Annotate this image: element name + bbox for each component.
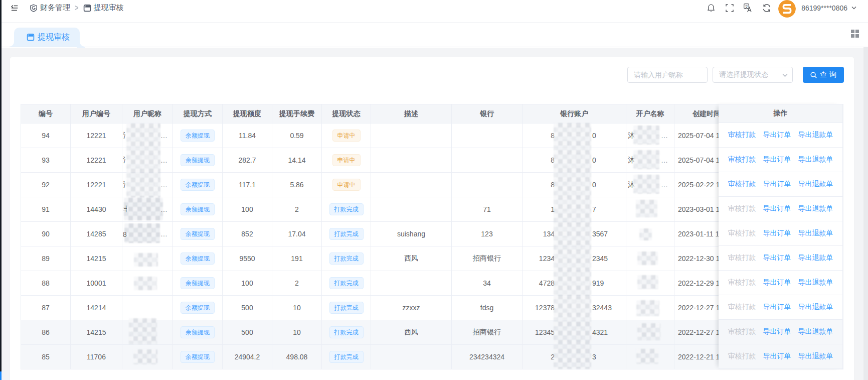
export-order-link[interactable]: 导出订单 [763, 155, 791, 164]
cell-fee: 14.14 [272, 148, 322, 173]
method-tag: 余额提现 [181, 154, 215, 166]
export-order-link[interactable]: 导出订单 [763, 278, 791, 287]
cell-fee: 5.86 [272, 173, 322, 197]
cell-bank [452, 123, 523, 148]
export-refund-link[interactable]: 导出退款单 [798, 229, 833, 238]
export-refund-link[interactable]: 导出退款单 [798, 180, 833, 189]
cell-desc: 西风 [371, 246, 452, 271]
col-header-uid: 用户编号 [71, 104, 122, 123]
export-order-link[interactable]: 导出订单 [763, 327, 791, 336]
cell-uid: 10001 [71, 271, 122, 296]
export-refund-link[interactable]: 导出退款单 [798, 204, 833, 213]
language-switch-icon[interactable] [744, 4, 753, 13]
avatar[interactable] [778, 0, 796, 18]
cell-bank [452, 148, 523, 173]
withdraw-status-select[interactable]: 请选择提现状态 [713, 67, 793, 83]
user-menu-caret-icon[interactable] [851, 5, 857, 11]
status-tag: 打款完成 [329, 351, 364, 363]
ops-row: 审核打款 导出订单 导出退款单 [719, 320, 842, 344]
search-button[interactable]: 查询 [803, 67, 844, 83]
col-header-ops: 操作 [719, 104, 842, 123]
app-root: 财务管理 > 提现审核 86199****0806 [2, 0, 868, 380]
collapsed-sidebar-active-item [0, 371, 2, 380]
cell-fee: 191 [272, 246, 322, 271]
audit-payment-link[interactable]: 审核打款 [728, 278, 756, 287]
tab-withdraw-audit[interactable]: 提现审核 [14, 28, 80, 47]
redacted-blur [636, 200, 657, 217]
cell-id: 85 [21, 345, 71, 369]
export-order-link[interactable]: 导出订单 [763, 229, 791, 238]
export-refund-link[interactable]: 导出退款单 [798, 131, 833, 140]
export-order-link[interactable]: 导出订单 [763, 180, 791, 189]
method-tag: 余额提现 [181, 228, 215, 240]
cell-bank: fdsg [452, 296, 523, 320]
tab-list-grid-icon[interactable] [851, 30, 859, 38]
export-refund-link[interactable]: 导出退款单 [798, 155, 833, 164]
cell-id: 90 [21, 222, 71, 246]
fullscreen-icon[interactable] [725, 4, 734, 13]
audit-payment-link[interactable]: 审核打款 [728, 155, 756, 164]
redacted-blur [633, 175, 659, 194]
ops-row: 审核打款 导出订单 导出退款单 [719, 172, 842, 197]
method-tag: 余额提现 [181, 351, 215, 363]
username[interactable]: 86199****0806 [801, 4, 847, 12]
audit-payment-link[interactable]: 审核打款 [728, 303, 756, 312]
export-refund-link[interactable]: 导出退款单 [798, 303, 833, 312]
ops-fixed-column: 操作 审核打款 导出订单 导出退款单审核打款 导出订单 导出退款单审核打款 导出… [719, 104, 843, 369]
cell-bank: 123 [452, 222, 523, 246]
cell-fee: 0.59 [272, 123, 322, 148]
cell-amount: 117.1 [223, 173, 272, 197]
nickname-search-input[interactable] [627, 67, 708, 83]
redacted-blur [633, 125, 659, 145]
cell-uid: 14215 [71, 246, 122, 271]
cell-status: 申请中 [322, 173, 371, 197]
export-refund-link[interactable]: 导出退款单 [798, 254, 833, 263]
cell-method: 余额提现 [173, 345, 223, 369]
cell-amount: 100 [223, 271, 272, 296]
cell-id: 89 [21, 246, 71, 271]
breadcrumb: 财务管理 > 提现审核 [30, 3, 124, 13]
sidebar-fold-icon[interactable] [11, 5, 18, 12]
cell-method: 余额提现 [173, 246, 223, 271]
cell-bank: 234234324 [452, 345, 523, 369]
cell-desc [371, 148, 452, 173]
audit-payment-link[interactable]: 审核打款 [728, 327, 756, 336]
breadcrumb-item-withdraw-audit[interactable]: 提现审核 [83, 3, 124, 13]
method-tag: 余额提现 [181, 130, 215, 142]
export-refund-link[interactable]: 导出退款单 [798, 352, 833, 361]
breadcrumb-item-finance[interactable]: 财务管理 [30, 3, 70, 13]
ops-row: 审核打款 导出订单 导出退款单 [719, 295, 842, 320]
method-tag: 余额提现 [181, 277, 215, 289]
cell-status: 打款完成 [322, 296, 371, 320]
col-header-id: 编号 [21, 104, 71, 123]
export-refund-link[interactable]: 导出退款单 [798, 278, 833, 287]
cell-desc [371, 173, 452, 197]
notification-bell-icon[interactable] [707, 4, 716, 13]
audit-payment-link[interactable]: 审核打款 [728, 204, 756, 213]
export-order-link[interactable]: 导出订单 [763, 303, 791, 312]
audit-payment-link[interactable]: 审核打款 [728, 180, 756, 189]
cell-method: 余额提现 [173, 173, 223, 197]
redacted-blur [639, 228, 652, 240]
audit-payment-link[interactable]: 审核打款 [728, 254, 756, 263]
status-tag: 打款完成 [329, 302, 364, 314]
cell-nick [122, 246, 173, 271]
export-order-link[interactable]: 导出订单 [763, 131, 791, 140]
export-order-link[interactable]: 导出订单 [763, 204, 791, 213]
method-tag: 余额提现 [181, 203, 215, 215]
audit-payment-link[interactable]: 审核打款 [728, 352, 756, 361]
refresh-icon[interactable] [762, 4, 771, 13]
cell-uid: 14214 [71, 296, 122, 320]
cell-amount: 852 [223, 222, 272, 246]
cell-fee: 2 [272, 197, 322, 222]
export-order-link[interactable]: 导出订单 [763, 352, 791, 361]
cell-bank: 招商银行 [452, 320, 523, 345]
col-header-fee: 提现手续费 [272, 104, 322, 123]
audit-payment-link[interactable]: 审核打款 [728, 229, 756, 238]
collapsed-sidebar [0, 0, 2, 380]
scrollbar[interactable] [863, 47, 868, 380]
col-header-method: 提现方式 [173, 104, 223, 123]
audit-payment-link[interactable]: 审核打款 [728, 131, 756, 140]
export-refund-link[interactable]: 导出退款单 [798, 327, 833, 336]
export-order-link[interactable]: 导出订单 [763, 254, 791, 263]
